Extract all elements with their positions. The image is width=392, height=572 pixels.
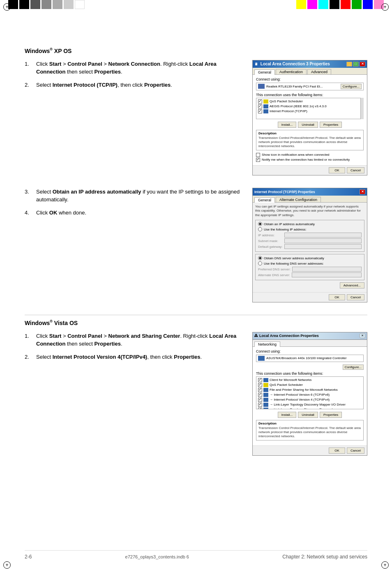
maximize-btn[interactable]: □ — [353, 62, 359, 67]
adapter-row: Realtek RTL8139 Family PCI Fast Et... Co… — [256, 83, 364, 90]
notify-label: Notify me when the connection has limite… — [262, 158, 350, 161]
radio-obtain-dns-dot[interactable] — [258, 256, 262, 260]
tcpip-close-btn[interactable]: ✕ — [360, 189, 365, 194]
vista-description-box: Description Transmission Control Protoco… — [256, 420, 364, 441]
chk-ipv6[interactable] — [258, 393, 262, 397]
radio-obtain-auto-dot[interactable] — [258, 222, 262, 226]
ipv6-icon — [263, 393, 268, 397]
vista-items-label: This connection uses the following items… — [256, 371, 364, 376]
screenshot-vista-properties: 🖧 Local Area Connection Properties ✕ Net… — [252, 332, 367, 456]
ip-addr-label: IP address: — [258, 233, 283, 237]
vista-adapter-text: ASUSTeK/Broadcom 440x 10/100 Integrated … — [266, 356, 362, 360]
vista-ok-btn[interactable]: OK — [329, 447, 345, 454]
step-bold: Properties — [95, 341, 121, 347]
tcpip-intro-text: You can get IP settings assigned automat… — [255, 205, 364, 217]
chk-client[interactable] — [258, 378, 262, 382]
vista-install-btn-row: Install... Uninstall Properties — [256, 412, 364, 418]
minimize-btn[interactable]: _ — [346, 62, 352, 67]
footer-file: e7276_oplays3_contents.indb 6 — [125, 554, 189, 559]
step-bold: Internet Protocol (TCP/IP) — [53, 82, 118, 88]
vista-close-btn[interactable]: ✕ — [360, 333, 365, 338]
subnet-input[interactable] — [284, 238, 362, 243]
ip-addr-input[interactable] — [284, 233, 362, 238]
file-sharing-text: File and Printer Sharing for Microsoft N… — [270, 388, 338, 392]
radio-use-following-dot[interactable] — [258, 227, 262, 231]
tab-advanced[interactable]: Advanced — [307, 69, 331, 74]
cancel-btn[interactable]: Cancel — [347, 167, 364, 173]
advanced-btn[interactable]: Advanced... — [340, 282, 364, 288]
radio-use-dns-dot[interactable] — [258, 261, 262, 265]
chk-ipv4[interactable] — [258, 398, 262, 402]
vista-step-text-1: Click Start > Control Panel > Network an… — [36, 332, 244, 348]
vista-win-titlebar: 🖧 Local Area Connection Properties ✕ — [253, 332, 367, 340]
vista-ok-cancel: OK Cancel — [253, 445, 367, 455]
vista-properties-btn[interactable]: Properties — [320, 412, 342, 418]
tab-networking[interactable]: Networking — [254, 341, 280, 347]
chk-vista-qos[interactable] — [258, 383, 262, 387]
print-marks — [0, 0, 392, 14]
alternate-dns-input[interactable] — [292, 272, 362, 277]
ok-btn[interactable]: OK — [329, 167, 345, 173]
chk-show-icon[interactable] — [256, 153, 260, 157]
screenshot-tcpip-properties: Internet Protocol (TCP/IP) Properties ✕ … — [252, 188, 367, 302]
gateway-input[interactable] — [284, 244, 362, 249]
connect-using-label: Connect using: — [256, 77, 364, 81]
tab-general[interactable]: General — [254, 69, 275, 75]
step-bold: Start — [49, 61, 62, 67]
lltd-mapper-text: → Link-Layer Topology Discovery Mapper I… — [270, 403, 346, 406]
reg-mark-br: + — [381, 561, 389, 569]
install-btn[interactable]: Install... — [278, 122, 297, 128]
chk-tcpip[interactable] — [258, 109, 262, 113]
step-bold: Control Panel — [67, 333, 102, 339]
vista-sup: ® — [50, 319, 53, 323]
vista-description-label: Description — [258, 422, 361, 425]
tab-authentication[interactable]: Authentication — [276, 69, 307, 74]
listbox-container: QoS Packet Scheduler AEGIS Protocol (IEE… — [256, 98, 364, 119]
properties-btn[interactable]: Properties — [320, 122, 342, 128]
tcpip-cancel-btn[interactable]: Cancel — [347, 294, 364, 300]
vista-cancel-btn[interactable]: Cancel — [347, 447, 364, 454]
aegis-icon — [263, 104, 268, 108]
ip-addr-field-row: IP address: — [258, 233, 362, 238]
vista-item-4: → Internet Protocol Version 6 (TCP/IPv6) — [257, 392, 362, 397]
ipv4-icon — [263, 398, 268, 402]
chk-qos[interactable] — [258, 99, 262, 104]
chk-file-sharing[interactable] — [258, 388, 262, 392]
chk-lltd-mapper[interactable] — [258, 403, 262, 407]
vista-configure-btn[interactable]: Configure... — [343, 364, 364, 370]
tcpip-ok-btn[interactable]: OK — [329, 294, 345, 300]
preferred-dns-input[interactable] — [292, 267, 362, 272]
close-btn[interactable]: ✕ — [360, 62, 365, 67]
xp-sup: ® — [50, 47, 53, 51]
checkbox-row-2: Notify me when the connection has limite… — [256, 158, 364, 162]
qos-text: QoS Packet Scheduler — [270, 99, 303, 103]
configure-btn[interactable]: Configure... — [341, 84, 362, 89]
radio-obtain-auto-label: Obtain an IP address automatically — [264, 222, 315, 226]
tcpip-text: Internet Protocol (TCP/IP) — [270, 109, 307, 113]
uninstall-btn[interactable]: Uninstall — [298, 122, 318, 128]
tab-general-tcpip[interactable]: General — [254, 197, 275, 203]
chk-lltd-responder[interactable] — [258, 408, 262, 409]
radio-use-following: Use the following IP address: — [258, 227, 362, 231]
color-bar-cyan — [318, 0, 328, 9]
vista-install-btn[interactable]: Install... — [278, 412, 297, 418]
tab-alternate-config[interactable]: Alternate Configuration — [276, 197, 321, 202]
vista-adapter-row: ASUSTeK/Broadcom 440x 10/100 Integrated … — [256, 355, 364, 362]
right-print-bars — [296, 0, 384, 9]
lltd-responder-icon — [263, 408, 268, 409]
listbox-scrollbar — [360, 98, 364, 119]
step-text-3: Select Obtain an IP address automaticall… — [36, 188, 244, 204]
tcpip-ok-cancel: OK Cancel — [253, 292, 367, 302]
vista-step-1: 1. Click Start > Control Panel > Network… — [25, 332, 244, 348]
page-footer: 2-6 e7276_oplays3_contents.indb 6 Chapte… — [25, 550, 367, 560]
radio-obtain-dns-auto: Obtain DNS server address automatically — [258, 256, 362, 260]
chk-notify[interactable] — [256, 158, 260, 162]
reg-mark-tr: + — [381, 3, 389, 11]
vista-uninstall-btn[interactable]: Uninstall — [298, 412, 318, 418]
chk-aegis[interactable] — [258, 104, 262, 108]
step-bold: Obtain an IP address automatically — [53, 189, 141, 195]
vista-title-icon: 🖧 — [254, 334, 258, 338]
ip-address-group: Obtain an IP address automatically Use t… — [255, 220, 364, 252]
tcpip-properties-window: Internet Protocol (TCP/IP) Properties ✕ … — [252, 188, 367, 302]
vista-step-num-1: 1. — [25, 332, 36, 348]
